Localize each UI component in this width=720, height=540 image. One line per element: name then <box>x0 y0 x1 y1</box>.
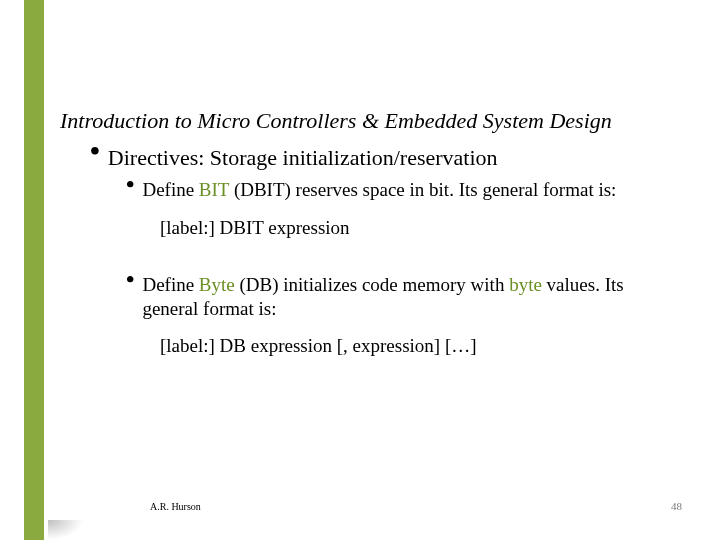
byte-syntax-label: [label:] <box>160 335 215 356</box>
byte-syntax: [label:] DB expression [, expression] […… <box>60 335 680 357</box>
byte-mid: (DB) initializes code memory with <box>235 274 509 295</box>
byte-syntax-rest: expression [, expression] […] <box>246 335 477 356</box>
byte-pre: Define <box>142 274 198 295</box>
bit-pre: Define <box>142 179 198 200</box>
bullet-dot: • <box>90 137 100 165</box>
bit-post: (DBIT) reserves space in bit. Its genera… <box>229 179 616 200</box>
directives-label: Directives: <box>108 145 205 170</box>
bullet-byte-text: Define Byte (DB) initializes code memory… <box>142 273 680 322</box>
byte-syntax-kw: DB <box>220 335 246 356</box>
bullet-level1-text: Directives: Storage initialization/reser… <box>108 144 498 172</box>
bullet-dot: • <box>126 267 134 291</box>
bullet-bit: • Define BIT (DBIT) reserves space in bi… <box>60 178 680 202</box>
bit-syntax-rest: expression <box>264 217 350 238</box>
bullet-bit-text: Define BIT (DBIT) reserves space in bit.… <box>142 178 616 202</box>
bit-keyword: BIT <box>199 179 229 200</box>
bit-syntax: [label:] DBIT expression <box>60 217 680 239</box>
bit-syntax-label: [label:] <box>160 217 215 238</box>
bullet-byte: • Define Byte (DB) initializes code memo… <box>60 273 680 322</box>
spacer <box>60 239 680 267</box>
slide: Introduction to Micro Controllers & Embe… <box>0 0 720 540</box>
bullet-dot: • <box>126 172 134 196</box>
byte-keyword2: byte <box>509 274 542 295</box>
bullet-level1: • Directives: Storage initialization/res… <box>60 144 680 172</box>
slide-content: Introduction to Micro Controllers & Embe… <box>60 108 680 357</box>
directives-rest: Storage initialization/reservation <box>204 145 497 170</box>
footer-author: A.R. Hurson <box>150 501 201 512</box>
bit-syntax-kw: DBIT <box>220 217 264 238</box>
byte-keyword: Byte <box>199 274 235 295</box>
footer-page-number: 48 <box>671 500 682 512</box>
accent-shadow <box>48 520 84 540</box>
accent-bar <box>24 0 44 540</box>
slide-title: Introduction to Micro Controllers & Embe… <box>60 108 680 134</box>
